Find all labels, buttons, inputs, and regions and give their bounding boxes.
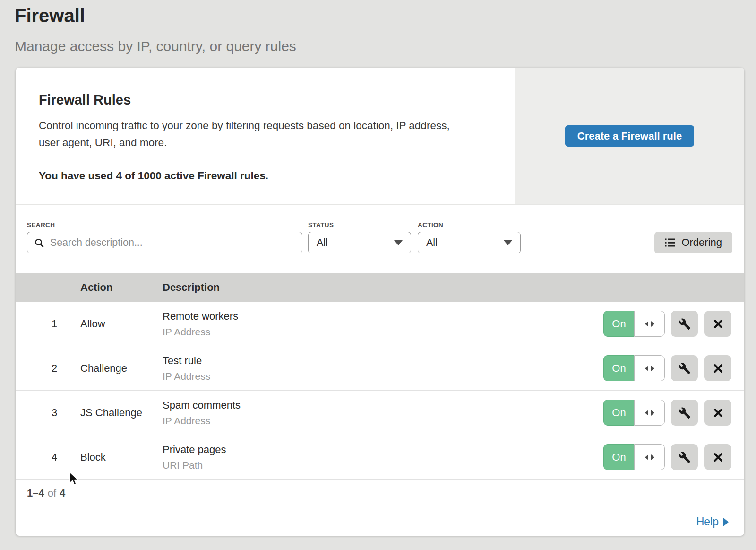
mouse-cursor (69, 471, 80, 487)
intro-heading: Firewall Rules (39, 92, 486, 107)
action-select[interactable]: All (418, 232, 521, 253)
rule-controls: On (603, 444, 744, 470)
rule-row: 2 Challenge Test rule IP Address On (16, 346, 744, 391)
firewall-rules-card: Firewall Rules Control incoming traffic … (16, 68, 744, 536)
rule-priority: 3 (16, 407, 80, 419)
help-link[interactable]: Help (696, 515, 729, 528)
page-title: Firewall (0, 0, 756, 27)
usage-summary: You have used 4 of 1000 active Firewall … (39, 170, 486, 182)
action-label: ACTION (418, 221, 521, 229)
help-arrow-icon (723, 518, 729, 526)
delete-rule-button[interactable] (704, 400, 731, 426)
wrench-icon (679, 407, 691, 419)
rule-row: 4 Block Private pages URI Path On (16, 435, 744, 480)
edit-rule-button[interactable] (671, 311, 698, 337)
rule-controls: On (603, 311, 744, 337)
toggle-handle[interactable] (634, 400, 665, 426)
page-subtitle: Manage access by IP, country, or query r… (15, 39, 756, 54)
rule-priority: 4 (16, 451, 80, 463)
edit-rule-button[interactable] (671, 444, 698, 470)
help-label: Help (696, 515, 719, 528)
toggle-arrows-icon (645, 410, 648, 416)
rule-action: Block (80, 451, 163, 463)
rule-row: 1 Allow Remote workers IP Address On (16, 302, 744, 346)
rule-match-type: IP Address (163, 326, 603, 338)
delete-rule-button[interactable] (704, 355, 731, 381)
status-select[interactable]: All (308, 232, 411, 253)
ordering-list-icon (665, 238, 675, 247)
edit-rule-button[interactable] (671, 355, 698, 381)
toggle-on-label: On (603, 400, 634, 426)
wrench-icon (679, 318, 691, 330)
status-label: STATUS (308, 221, 411, 229)
wrench-icon (679, 451, 691, 463)
pagination-total: 4 (60, 487, 65, 499)
toggle-on-label: On (603, 311, 634, 337)
close-icon (713, 319, 723, 329)
search-icon (34, 238, 44, 248)
intro-description: Control incoming traffic to your zone by… (39, 117, 457, 151)
rule-description-cell: Spam comments IP Address (163, 399, 603, 427)
rule-action: Allow (80, 318, 163, 330)
close-icon (713, 408, 723, 418)
column-action: Action (80, 281, 163, 294)
rule-enabled-toggle[interactable]: On (603, 355, 665, 381)
rules-table-header: Action Description (16, 273, 744, 302)
search-input[interactable] (49, 236, 295, 249)
rule-description: Private pages (163, 444, 603, 456)
rule-priority: 2 (16, 362, 80, 375)
rule-enabled-toggle[interactable]: On (603, 400, 665, 426)
delete-rule-button[interactable] (704, 311, 731, 337)
filters-bar: SEARCH STATUS All ACTION All (16, 205, 744, 273)
toggle-on-label: On (603, 444, 634, 470)
status-selected-value: All (317, 237, 328, 249)
rule-controls: On (603, 400, 744, 426)
rule-description: Remote workers (163, 310, 603, 323)
pagination-of: of (48, 487, 56, 499)
rule-enabled-toggle[interactable]: On (603, 444, 665, 470)
pagination: 1–4 of 4 (16, 480, 744, 507)
delete-rule-button[interactable] (704, 444, 731, 470)
rule-description-cell: Test rule IP Address (163, 355, 603, 382)
toggle-handle[interactable] (634, 444, 665, 470)
column-description: Description (163, 281, 220, 294)
toggle-arrows-icon (645, 366, 648, 371)
rule-description-cell: Remote workers IP Address (163, 310, 603, 338)
pagination-range: 1–4 (27, 487, 44, 499)
toggle-arrows-icon (645, 321, 648, 327)
rules-table-body: 1 Allow Remote workers IP Address On (16, 302, 744, 480)
close-icon (713, 364, 723, 373)
status-filter: STATUS All (308, 221, 411, 253)
create-firewall-rule-button[interactable]: Create a Firewall rule (565, 125, 694, 147)
search-label: SEARCH (27, 221, 302, 229)
rule-action: JS Challenge (80, 407, 163, 419)
search-filter: SEARCH (27, 221, 302, 253)
rule-row: 3 JS Challenge Spam comments IP Address … (16, 391, 744, 435)
rule-enabled-toggle[interactable]: On (603, 311, 665, 337)
toggle-handle[interactable] (634, 311, 665, 337)
ordering-label: Ordering (681, 236, 722, 249)
intro-text-panel: Firewall Rules Control incoming traffic … (16, 68, 515, 204)
rule-match-type: IP Address (163, 371, 603, 382)
create-rule-panel: Create a Firewall rule (515, 68, 744, 204)
rule-action: Challenge (80, 362, 163, 375)
chevron-down-icon (504, 240, 512, 245)
ordering-button[interactable]: Ordering (654, 232, 732, 253)
action-filter: ACTION All (418, 221, 521, 253)
chevron-down-icon (394, 240, 403, 245)
close-icon (713, 453, 723, 462)
edit-rule-button[interactable] (671, 400, 698, 426)
rule-priority: 1 (16, 318, 80, 330)
rule-match-type: IP Address (163, 415, 603, 427)
rule-match-type: URI Path (163, 460, 603, 471)
toggle-handle[interactable] (634, 355, 665, 381)
action-selected-value: All (426, 237, 438, 249)
toggle-on-label: On (603, 355, 634, 381)
rule-description-cell: Private pages URI Path (163, 444, 603, 471)
search-box[interactable] (27, 232, 302, 253)
card-footer: Help (16, 507, 744, 536)
rule-description: Test rule (163, 355, 603, 367)
intro-section: Firewall Rules Control incoming traffic … (16, 68, 744, 205)
rule-controls: On (603, 355, 744, 381)
rule-description: Spam comments (163, 399, 603, 411)
